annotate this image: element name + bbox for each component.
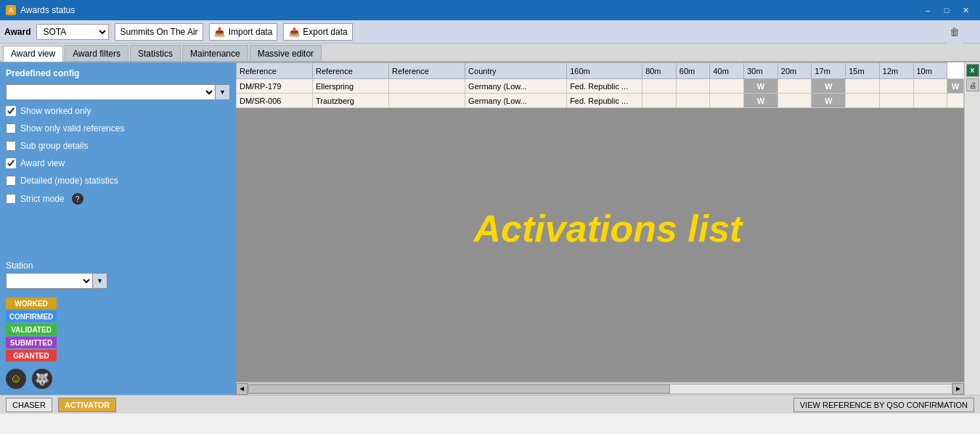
minimize-button[interactable]: – [919,3,936,17]
legend-confirmed: CONFIRMED [6,311,230,322]
export-data-button[interactable]: 📤 Export data [283,23,352,41]
wolf-icon[interactable]: 🐺 [32,369,52,389]
cell-15m-r1 [879,79,913,94]
legend-submitted-badge: SUBMITTED [6,337,57,348]
award-bar: Award SOTA Summits On The Air 📥 Import d… [0,20,980,44]
legend-worked-badge: WORKED [6,298,57,309]
sub-group-details-checkbox[interactable] [6,141,16,151]
scroll-track[interactable] [248,384,952,394]
col-15m: 15m [846,63,880,79]
tab-statistics[interactable]: Statistics [130,45,181,61]
sota-label-btn: Summits On The Air [115,23,203,41]
print-icon[interactable]: 🖨 [966,78,979,91]
legend-worked: WORKED [6,298,230,309]
award-view-checkbox[interactable] [6,158,16,168]
table-row[interactable]: DM/RP-179 Ellerspring Germany (Low... Fe… [237,79,964,94]
cell-60m-r2 [710,94,744,108]
cell-10m-r1: W [947,79,964,94]
table-row[interactable]: DM/SR-006 Trautzberg Germany (Low... Fed… [237,94,964,108]
col-12m: 12m [879,63,913,79]
col-10m: 10m [913,63,947,79]
data-table: Reference Reference Reference Country 16… [236,62,964,108]
show-worked-only-row[interactable]: Show worked only [6,105,230,118]
strict-mode-row[interactable]: Strict mode ? [6,192,230,206]
show-only-valid-row[interactable]: Show only valid references [6,122,230,135]
legend-section: WORKED CONFIRMED VALIDATED SUBMITTED GRA… [6,298,230,361]
cell-country2-r1: Fed. Republic ... [567,79,642,94]
col-80m: 80m [642,63,677,79]
cell-17m-r2 [846,94,880,108]
tab-award-filters[interactable]: Award filters [65,45,128,61]
cell-country1-r2: Germany (Low... [465,94,567,108]
col-ref2: Reference [313,63,389,79]
scroll-right-btn[interactable]: ▶ [952,383,964,395]
sub-group-details-row[interactable]: Sub group details [6,139,230,152]
show-only-valid-checkbox[interactable] [6,123,16,134]
predefined-config-select[interactable] [6,84,216,100]
window-title: Awards status [20,5,75,15]
col-country: Country [465,63,567,79]
cell-10m-r2 [947,94,964,108]
cell-80m-r2 [676,94,710,108]
cell-30m-r1 [777,79,812,94]
legend-submitted: SUBMITTED [6,337,230,348]
app-icon: A [6,5,16,15]
excel-icon[interactable]: X [966,64,979,77]
trash-icon[interactable]: 🗑 [947,20,963,44]
right-panel: Reference Reference Reference Country 16… [236,62,980,395]
bottom-icons: ☺ 🐺 [6,369,230,389]
col-17m: 17m [812,63,846,79]
view-ref-by-qso-btn[interactable]: VIEW REFERENCE BY QSO CONFIRMATION [793,398,974,412]
award-select[interactable]: SOTA [36,24,109,40]
export-icon: 📤 [288,26,300,38]
legend-granted: GRANTED [6,350,230,361]
legend-granted-badge: GRANTED [6,350,57,361]
title-bar: A Awards status – □ ✕ [0,0,980,20]
cell-20m-r2: W [812,94,846,108]
tab-massive-editor[interactable]: Massive editor [250,45,322,61]
cell-160m-r2 [642,94,677,108]
cell-ref2-r2: Trautzberg [313,94,389,108]
table-header-row: Reference Reference Reference Country 16… [237,63,964,79]
maximize-button[interactable]: □ [938,3,955,17]
tabs-bar: Award view Award filters Statistics Main… [0,44,980,62]
station-select[interactable] [6,273,93,289]
cell-12m-r2 [913,94,947,108]
cell-60m-r1 [710,79,744,94]
col-ref1: Reference [237,63,313,79]
close-button[interactable]: ✕ [957,3,974,17]
detailed-mode-stats-checkbox[interactable] [6,176,16,186]
chaser-tab[interactable]: CHASER [6,398,52,412]
cell-ref2-r1: Ellerspring [313,79,389,94]
col-160m: 160m [567,63,642,79]
cell-ref3-r2 [389,94,465,108]
import-icon: 📥 [214,26,226,38]
scroll-thumb[interactable] [248,385,670,393]
strict-mode-checkbox[interactable] [6,194,16,204]
show-worked-only-checkbox[interactable] [6,106,16,116]
cell-160m-r1 [642,79,677,94]
cell-40m-r1: W [744,79,778,94]
cell-80m-r1 [676,79,710,94]
award-view-row[interactable]: Award view [6,157,230,170]
scroll-left-btn[interactable]: ◀ [236,383,248,395]
cell-country2-r2: Fed. Republic ... [567,94,642,108]
tab-maintenance[interactable]: Maintenance [182,45,248,61]
cell-15m-r2 [879,94,913,108]
smiley-icon[interactable]: ☺ [6,369,26,389]
activator-tab[interactable]: ACTIVATOR [58,398,116,412]
cell-40m-r2: W [744,94,778,108]
help-icon: ? [72,193,83,205]
config-select-arrow[interactable]: ▼ [216,84,230,100]
import-data-button[interactable]: 📥 Import data [209,23,278,41]
horizontal-scrollbar[interactable]: ◀ ▶ [236,382,980,395]
data-table-wrapper[interactable]: Reference Reference Reference Country 16… [236,62,980,382]
col-ref3: Reference [389,63,465,79]
tab-award-view[interactable]: Award view [3,46,63,62]
award-label: Award [4,27,30,37]
station-select-arrow[interactable]: ▼ [93,273,107,289]
legend-validated: VALIDATED [6,324,230,335]
sota-text: Summits On The Air [120,27,197,37]
detailed-mode-stats-row[interactable]: Detailed (mode) statistics [6,174,230,187]
col-40m: 40m [710,63,744,79]
